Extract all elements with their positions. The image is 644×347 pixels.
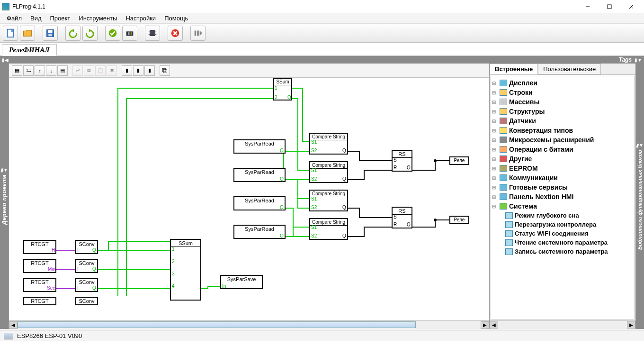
open-file-button[interactable] — [20, 26, 35, 41]
scrollbar-thumb[interactable] — [18, 321, 416, 328]
tree-item-displays[interactable]: ⊞Дисплеи — [492, 78, 633, 88]
tree-item-comm[interactable]: ⊞Коммуникации — [492, 173, 633, 183]
panel-scroll-left[interactable]: ◀ — [490, 321, 498, 329]
new-file-button[interactable] — [3, 26, 18, 41]
chip-button[interactable] — [145, 26, 160, 41]
tool-block2[interactable]: ▮ — [133, 65, 143, 76]
tree-sub-reboot[interactable]: Перезагрузка контроллера — [505, 220, 633, 229]
undo-button[interactable] — [65, 26, 80, 41]
block-icon — [505, 230, 513, 237]
tree-item-services[interactable]: ⊞Готовые сервисы — [492, 183, 633, 192]
tool-grid[interactable]: ▤ — [57, 65, 68, 76]
document-tab[interactable]: РелеФИНАЛ — [2, 44, 57, 56]
tool-block3[interactable]: ▮ — [144, 65, 155, 76]
tool-align-left[interactable]: ⮀ — [23, 65, 34, 76]
block-rele-1[interactable]: Реле — [449, 156, 469, 165]
folder-icon — [500, 127, 507, 134]
tree-sub-deepsleep[interactable]: Режим глубокого сна — [505, 211, 633, 220]
block-rtcgt-4[interactable]: RTCGT — [23, 297, 56, 305]
menu-settings[interactable]: Настройки — [122, 14, 160, 23]
redo-button[interactable] — [82, 26, 98, 41]
tree-item-sensors[interactable]: ⊞Датчики — [492, 116, 633, 126]
svg-rect-1 — [608, 5, 611, 9]
compile-button[interactable] — [105, 26, 120, 41]
close-button[interactable] — [620, 0, 642, 13]
tool-arrow-down[interactable]: ↓ — [46, 65, 56, 76]
upload-button[interactable] — [122, 26, 137, 41]
save-button[interactable] — [43, 26, 58, 41]
block-sysparread-3[interactable]: SysParRead — [233, 196, 286, 210]
left-sidebar-arrow[interactable]: ▮▼ — [0, 167, 8, 173]
panel-bottom-scrollbar[interactable]: ◀ ▶ — [490, 320, 635, 329]
tree-item-bitops[interactable]: ⊞Операции с битами — [492, 145, 633, 154]
svg-rect-14 — [129, 32, 130, 35]
folder-icon — [500, 203, 507, 210]
svg-rect-25 — [197, 30, 199, 36]
right-collapse-arrow[interactable]: ▮▼ — [635, 57, 642, 63]
block-sysparread-4[interactable]: SysParRead — [233, 225, 286, 239]
status-board: ESP8266 ESP-01 V090 — [17, 332, 82, 339]
menu-file[interactable]: Файл — [3, 14, 26, 23]
maximize-button[interactable] — [599, 0, 620, 13]
library-tree[interactable]: ⊞Дисплеи ⊞Строки ⊞Массивы ⊞Структуры ⊞Да… — [491, 76, 635, 320]
block-sysparsave[interactable]: SysParSave — [220, 275, 263, 289]
block-sysparread-1[interactable]: SysParRead — [233, 139, 286, 154]
playback-button[interactable] — [190, 26, 206, 41]
tab-user[interactable]: Пользовательские — [538, 64, 601, 74]
tree-item-arrays[interactable]: ⊞Массивы — [492, 97, 633, 107]
tool-arrow-up[interactable]: ↑ — [35, 65, 45, 76]
svg-marker-26 — [200, 30, 203, 36]
tree-item-nextion[interactable]: ⊞Панель Nextion HMI — [492, 192, 633, 201]
scroll-right-arrow[interactable]: ▶ — [481, 321, 489, 329]
folder-icon — [500, 80, 507, 86]
left-sidebar-label: Дерево проекта — [1, 174, 8, 225]
library-collapsed-sidebar[interactable]: ▮▼ Библиотека функциональных блоков — [635, 64, 644, 329]
canvas-column: ▦ ⮀ ↑ ↓ ▤ ✂ ⧉ 📋 ✖ ▮ ▮ ▮ ⿻ — [9, 64, 490, 329]
tool-block1[interactable]: ▮ — [122, 65, 132, 76]
tool-delete: ✖ — [107, 65, 117, 76]
tree-item-structs[interactable]: ⊞Структуры — [492, 107, 633, 116]
window-titlebar: FLProg-4.1.1 — [0, 0, 644, 13]
block-sysparread-2[interactable]: SysParRead — [233, 168, 286, 182]
menu-project[interactable]: Проект — [46, 14, 74, 23]
folder-icon — [500, 174, 507, 181]
horizontal-scrollbar[interactable]: ◀ ▶ — [9, 320, 489, 329]
menu-view[interactable]: Вид — [27, 14, 45, 23]
tree-sub-wifi[interactable]: Статус WiFi соединения — [505, 229, 633, 238]
svg-marker-10 — [89, 28, 92, 32]
tool-connections[interactable]: ⿻ — [160, 65, 170, 76]
tree-sub-read[interactable]: Чтение системного параметра — [505, 238, 633, 247]
folder-icon — [500, 108, 507, 115]
block-sconv-4[interactable]: SConv — [75, 297, 98, 305]
scroll-left-arrow[interactable]: ◀ — [9, 321, 18, 329]
right-sidebar-arrow[interactable]: ▮▼ — [636, 143, 644, 148]
tree-item-system[interactable]: ⊟Система — [492, 201, 633, 211]
menubar: Файл Вид Проект Инструменты Настройки По… — [0, 13, 644, 24]
panel-scroll-right[interactable]: ▶ — [627, 321, 635, 329]
folder-icon — [500, 89, 507, 96]
minimize-button[interactable] — [577, 0, 599, 13]
diagram-canvas[interactable]: SSum 1 2 Q SysParRead Q SysParRead Q Sys… — [9, 78, 487, 310]
tree-item-other[interactable]: ⊞Другие — [492, 154, 633, 164]
svg-marker-9 — [71, 28, 74, 32]
project-tree-collapsed-sidebar[interactable]: ▮▼ Дерево проекта — [0, 64, 9, 329]
stop-button[interactable] — [168, 26, 183, 41]
menu-help[interactable]: Помощь — [161, 14, 192, 23]
canvas-scroll-area[interactable]: SSum 1 2 Q SysParRead Q SysParRead Q Sys… — [9, 78, 489, 320]
tool-select[interactable]: ▦ — [12, 65, 22, 76]
tree-item-eeprom[interactable]: ⊞EEPROM — [492, 164, 633, 173]
folder-icon — [500, 99, 507, 105]
menu-tools[interactable]: Инструменты — [75, 14, 121, 23]
library-tabs: Встроенные Пользовательские — [490, 64, 635, 75]
tree-sub-write[interactable]: Запись системного параметра — [505, 247, 633, 256]
block-rele-2[interactable]: Реле — [449, 216, 469, 224]
left-collapse-arrow[interactable]: ▮◀ — [2, 57, 9, 63]
tab-builtin[interactable]: Встроенные — [490, 64, 538, 74]
svg-rect-16 — [150, 30, 155, 36]
tree-item-extchips[interactable]: ⊞Микросхемы расширений — [492, 135, 633, 145]
svg-rect-24 — [195, 30, 197, 36]
tags-label[interactable]: Tags — [619, 56, 632, 63]
document-tab-row: РелеФИНАЛ — [0, 43, 644, 56]
tree-item-convert[interactable]: ⊞Конвертация типов — [492, 126, 633, 135]
tree-item-strings[interactable]: ⊞Строки — [492, 88, 633, 97]
